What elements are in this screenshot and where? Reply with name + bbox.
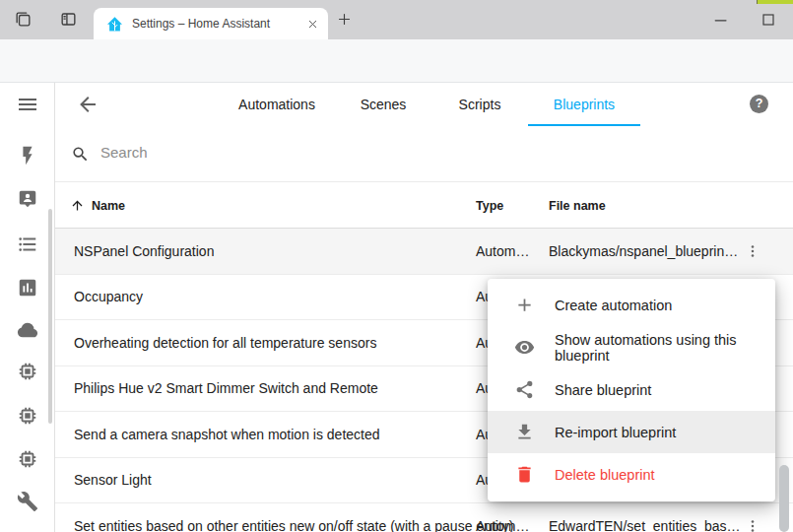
blueprint-name: Sensor Light — [74, 472, 152, 488]
sort-ascending-icon[interactable] — [70, 198, 85, 213]
sidebar-item-developer-tools[interactable] — [17, 491, 38, 512]
sidebar-item-energy[interactable] — [17, 145, 38, 166]
sidebar-item-history[interactable] — [17, 277, 38, 299]
sidebar-item-assist[interactable] — [17, 188, 38, 210]
window-minimize-icon[interactable] — [711, 10, 731, 30]
tab-actions-icon[interactable] — [14, 10, 33, 29]
desktop-accent-strip — [757, 0, 793, 4]
share-icon — [514, 379, 535, 400]
plus-icon — [514, 295, 535, 315]
tab-scripts[interactable]: Scripts — [448, 83, 511, 126]
column-header-type[interactable]: Type — [476, 199, 503, 213]
search-row — [55, 126, 793, 182]
sidebar-item-cloud[interactable] — [17, 319, 38, 341]
sidebar-item-device-1[interactable] — [17, 361, 38, 382]
menu-item-share-blueprint[interactable]: Share blueprint — [488, 368, 775, 411]
tab-blueprints[interactable]: Blueprints — [528, 83, 640, 126]
blueprint-name: Set entities based on other entities new… — [74, 518, 513, 532]
sidebar-item-device-2[interactable] — [17, 405, 38, 427]
table-header: Name Type File name — [55, 182, 793, 229]
sidebar-scrollbar[interactable] — [48, 209, 52, 424]
search-icon — [71, 145, 90, 164]
window-maximize-icon[interactable] — [759, 10, 778, 30]
menu-item-show-automations[interactable]: Show automations using this blueprint — [488, 326, 775, 368]
blueprint-file-name: EdwardTEN/set_entities_bas… — [549, 518, 741, 532]
blueprint-file-name: Blackymas/nspanel_blueprin… — [549, 243, 738, 259]
back-arrow-icon[interactable] — [76, 93, 99, 116]
blueprint-name: Occupancy — [74, 289, 143, 304]
row-overflow-menu-icon[interactable] — [744, 242, 761, 260]
blueprint-name: Overheating detection for all temperatur… — [74, 335, 376, 351]
sidebar-menu-icon[interactable] — [16, 93, 39, 116]
download-icon — [514, 422, 535, 442]
new-tab-icon[interactable] — [337, 12, 352, 27]
row-overflow-menu-icon[interactable] — [744, 517, 761, 532]
search-input[interactable] — [100, 144, 495, 161]
blueprint-context-menu: Create automation Show automations using… — [488, 279, 775, 501]
browser-tab[interactable]: Settings – Home Assistant — [94, 8, 328, 39]
eye-icon — [514, 337, 535, 358]
blueprint-type: Autom… — [476, 518, 529, 532]
vertical-tabs-icon[interactable] — [59, 10, 78, 29]
tab-scenes[interactable]: Scenes — [352, 83, 415, 126]
table-row-nspanel[interactable]: NSPanel Configuration Autom… Blackymas/n… — [55, 229, 793, 275]
tab-automations[interactable]: Automations — [227, 83, 327, 126]
menu-item-delete-blueprint[interactable]: Delete blueprint — [488, 453, 775, 496]
blueprint-type: Autom… — [476, 243, 529, 259]
help-icon[interactable]: ? — [750, 95, 768, 113]
menu-item-reimport-blueprint[interactable]: Re-import blueprint — [488, 411, 775, 453]
sidebar-item-todo-lists[interactable] — [17, 233, 38, 255]
tab-close-icon[interactable] — [307, 19, 318, 30]
column-header-name[interactable]: Name — [92, 199, 125, 213]
browser-toolbar: Not secure homeassistant.local:8123/… — [0, 39, 793, 83]
blueprint-name: Philips Hue v2 Smart Dimmer Switch and R… — [74, 380, 378, 396]
sidebar-item-device-3[interactable] — [17, 448, 38, 470]
column-header-file-name[interactable]: File name — [549, 199, 606, 213]
blueprint-name: Send a camera snapshot when motion is de… — [74, 427, 380, 442]
sidebar — [0, 83, 55, 532]
menu-item-create-automation[interactable]: Create automation — [488, 284, 775, 326]
browser-title-bar: Settings – Home Assistant — [0, 0, 793, 39]
home-assistant-favicon — [106, 16, 123, 33]
table-row-set-entities[interactable]: Set entities based on other entities new… — [55, 503, 793, 532]
settings-header: Automations Scenes Scripts Blueprints ? — [55, 83, 793, 126]
blueprint-name: NSPanel Configuration — [74, 243, 214, 259]
page-scrollbar[interactable] — [779, 465, 789, 532]
trash-icon — [514, 464, 535, 485]
tab-title: Settings – Home Assistant — [132, 17, 307, 31]
